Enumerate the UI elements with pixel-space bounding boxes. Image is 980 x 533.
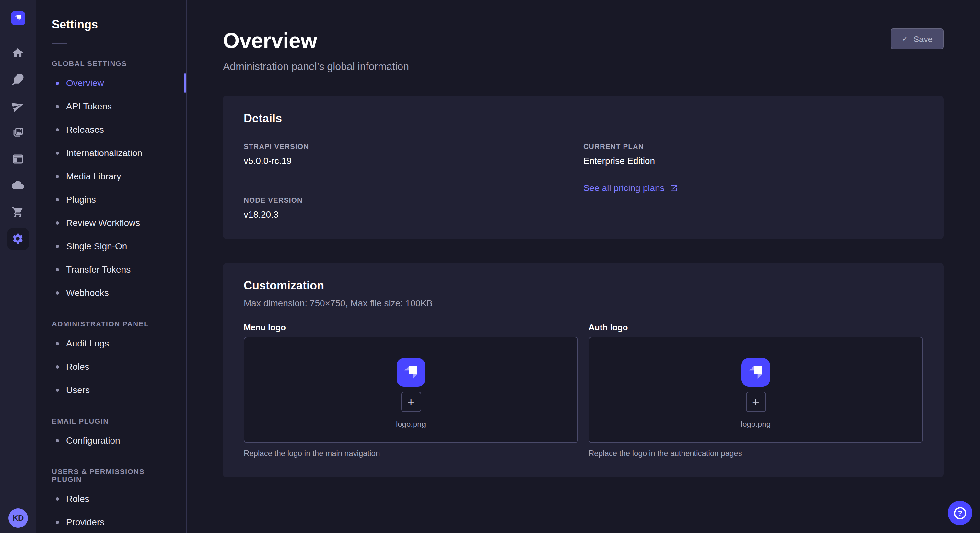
subnav-item-audit-logs[interactable]: Audit Logs xyxy=(36,332,186,355)
subnav-item-webhooks[interactable]: Webhooks xyxy=(36,281,186,305)
logo-grid: Menu logo + logo.png xyxy=(244,322,923,458)
bullet-icon xyxy=(56,439,59,442)
bullet-icon xyxy=(56,128,59,131)
bullet-icon xyxy=(56,388,59,392)
customization-card-subtitle: Max dimension: 750×750, Max file size: 1… xyxy=(244,298,923,308)
bullet-icon xyxy=(56,174,59,178)
bullet-icon xyxy=(56,497,59,500)
home-icon xyxy=(12,47,24,59)
subnav-title: Settings xyxy=(52,18,170,32)
sidebar-item-content-type-builder[interactable] xyxy=(0,66,36,93)
page-title: Overview xyxy=(223,29,409,53)
strapi-version-label: STRAPI VERSION xyxy=(244,143,583,150)
media-library-icon xyxy=(12,126,24,139)
nav-list-administration-panel: Audit Logs Roles Users xyxy=(36,332,186,401)
cart-icon xyxy=(12,206,24,218)
strapi-logo-icon xyxy=(397,358,425,386)
bullet-icon xyxy=(56,520,59,523)
gear-icon xyxy=(12,233,24,245)
bullet-icon xyxy=(56,365,59,368)
bullet-icon xyxy=(56,291,59,294)
pricing-plans-link-label: See all pricing plans xyxy=(583,182,665,193)
layout-icon xyxy=(12,153,24,165)
active-indicator xyxy=(184,73,186,93)
sidebar-item-marketplace[interactable] xyxy=(0,199,36,225)
page-subtitle: Administration panel’s global informatio… xyxy=(223,61,409,73)
save-button-label: Save xyxy=(913,34,933,44)
subnav-item-admin-roles[interactable]: Roles xyxy=(36,355,186,378)
workplace-logo-button[interactable] xyxy=(0,0,36,36)
help-button[interactable]: ? xyxy=(948,501,972,525)
subnav-item-transfer-tokens[interactable]: Transfer Tokens xyxy=(36,258,186,281)
details-card: Details STRAPI VERSION v5.0.0-rc.19 NODE… xyxy=(223,96,944,239)
strapi-logo-icon xyxy=(741,358,770,386)
strapi-admin-app: KD Settings GLOBAL SETTINGS Overview API… xyxy=(0,0,980,533)
subnav-item-plugins[interactable]: Plugins xyxy=(36,188,186,211)
feather-icon xyxy=(12,73,24,86)
sidebar-item-releases[interactable] xyxy=(0,93,36,119)
sidebar-item-content-manager[interactable] xyxy=(0,146,36,172)
strapi-logo-icon xyxy=(11,11,25,25)
subnav-item-review-workflows[interactable]: Review Workflows xyxy=(36,211,186,235)
bullet-icon xyxy=(56,151,59,154)
plus-icon: + xyxy=(407,395,415,408)
question-mark-icon: ? xyxy=(954,507,966,519)
subnav-item-up-roles[interactable]: Roles xyxy=(36,487,186,510)
sidebar-item-home[interactable] xyxy=(0,40,36,66)
subnav-item-api-tokens[interactable]: API Tokens xyxy=(36,95,186,118)
menu-logo-dropzone[interactable]: + logo.png xyxy=(244,337,578,443)
save-button[interactable]: ✓ Save xyxy=(891,29,944,49)
rail-user-section: KD xyxy=(0,503,36,533)
bullet-icon xyxy=(56,221,59,224)
nav-list-global-settings: Overview API Tokens Releases Internation… xyxy=(36,71,186,305)
current-plan-value: Enterprise Edition xyxy=(583,155,923,166)
main-content: Overview Administration panel’s global i… xyxy=(187,0,980,533)
subnav-item-internationalization[interactable]: Internationalization xyxy=(36,141,186,165)
rail-icon-list xyxy=(0,36,36,252)
details-card-title: Details xyxy=(244,112,923,125)
page-header-text: Overview Administration panel’s global i… xyxy=(223,29,409,73)
subnav-item-media-library[interactable]: Media Library xyxy=(36,165,186,188)
subnav-item-overview[interactable]: Overview xyxy=(36,71,186,95)
menu-logo-label: Menu logo xyxy=(244,322,578,332)
menu-logo-hint: Replace the logo in the main navigation xyxy=(244,449,578,458)
bullet-icon xyxy=(56,244,59,248)
page-header: Overview Administration panel’s global i… xyxy=(223,29,944,73)
subnav-item-email-configuration[interactable]: Configuration xyxy=(36,429,186,452)
add-menu-logo-button[interactable]: + xyxy=(401,392,421,412)
avatar[interactable]: KD xyxy=(8,508,28,528)
sidebar-item-settings[interactable] xyxy=(0,225,36,252)
subnav-divider xyxy=(52,43,67,44)
customization-card-title: Customization xyxy=(244,279,923,293)
current-plan-field: CURRENT PLAN Enterprise Edition xyxy=(583,143,923,166)
bullet-icon xyxy=(56,81,59,84)
auth-logo-filename: logo.png xyxy=(741,419,771,428)
add-auth-logo-button[interactable]: + xyxy=(746,392,766,412)
menu-logo-filename: logo.png xyxy=(396,419,426,428)
auth-logo-dropzone[interactable]: + logo.png xyxy=(589,337,923,443)
current-plan-label: CURRENT PLAN xyxy=(583,143,923,150)
sidebar-item-media-library[interactable] xyxy=(0,119,36,146)
node-version-value: v18.20.3 xyxy=(244,209,583,219)
subnav-item-single-sign-on[interactable]: Single Sign-On xyxy=(36,235,186,258)
details-grid: STRAPI VERSION v5.0.0-rc.19 NODE VERSION… xyxy=(244,143,923,219)
cloud-icon xyxy=(12,179,24,192)
bullet-icon xyxy=(56,105,59,108)
external-link-icon xyxy=(670,184,678,192)
nav-list-users-permissions-plugin: Roles Providers xyxy=(36,487,186,533)
auth-logo-field: Auth logo + logo.png xyxy=(589,322,923,458)
customization-card: Customization Max dimension: 750×750, Ma… xyxy=(223,263,944,477)
bullet-icon xyxy=(56,198,59,201)
subnav-item-admin-users[interactable]: Users xyxy=(36,378,186,401)
sidebar-item-deploy[interactable] xyxy=(0,172,36,199)
details-right-column: CURRENT PLAN Enterprise Edition See all … xyxy=(583,143,923,219)
strapi-version-value: v5.0.0-rc.19 xyxy=(244,155,583,166)
pricing-plans-link[interactable]: See all pricing plans xyxy=(583,182,678,193)
subnav-item-releases[interactable]: Releases xyxy=(36,118,186,141)
auth-logo-label: Auth logo xyxy=(589,322,923,332)
section-label-email-plugin: EMAIL PLUGIN xyxy=(52,417,170,425)
subnav-item-up-providers[interactable]: Providers xyxy=(36,510,186,533)
details-left-column: STRAPI VERSION v5.0.0-rc.19 NODE VERSION… xyxy=(244,143,583,219)
node-version-field: NODE VERSION v18.20.3 xyxy=(244,196,583,219)
auth-logo-hint: Replace the logo in the authentication p… xyxy=(589,449,923,458)
